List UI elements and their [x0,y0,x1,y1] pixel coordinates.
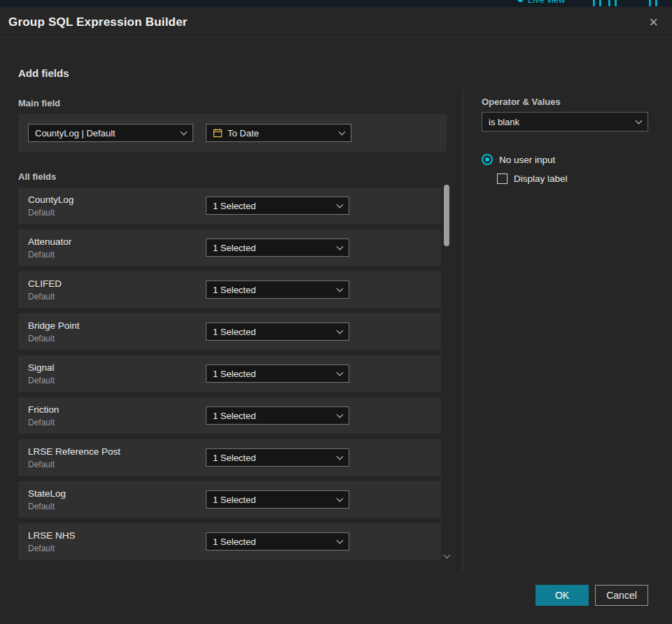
field-name: StateLog [28,488,206,499]
field-selected-select[interactable]: 1 Selected [206,281,349,299]
scrollbar-thumb[interactable] [444,185,449,246]
add-fields-heading: Add fields [18,67,69,79]
no-user-input-label[interactable]: No user input [499,155,555,165]
field-row-text: Attenuator Default [28,236,206,260]
field-selected-select[interactable]: 1 Selected [206,532,349,551]
field-selected-select[interactable]: 1 Selected [206,406,349,425]
field-source: Default [28,544,206,553]
chevron-down-icon [337,243,344,250]
chevron-down-icon [337,201,344,208]
field-selected-select[interactable]: 1 Selected [206,239,349,257]
field-row-text: LRSE Reference Post Default [28,446,206,469]
field-source: Default [28,292,206,302]
field-row: CountyLog Default 1 Selected [18,187,441,224]
field-row-text: CLIFED Default [28,278,206,302]
live-view-label: Live view [528,0,565,5]
field-row: Bridge Point Default 1 Selected [18,313,441,350]
main-field-select-value: CountyLog | Default [35,128,176,139]
field-source: Default [28,502,206,511]
field-selected-select[interactable]: 1 Selected [206,364,349,383]
field-source: Default [28,208,206,218]
operator-select-value: is blank [489,117,631,127]
fields-column: Main field CountyLog | Default To Date [18,98,447,565]
field-name: Bridge Point [28,320,206,331]
chevron-down-icon [337,285,344,292]
field-selected-select[interactable]: 1 Selected [206,197,349,215]
operator-values-column: Operator & Values is blank No user input… [482,97,648,184]
cancel-button[interactable]: Cancel [595,585,648,606]
chevron-down-icon [337,453,344,460]
main-field-label: Main field [18,98,447,108]
column-divider [463,90,463,571]
live-view-button[interactable]: Live view [518,0,565,5]
no-user-input-option[interactable]: No user input [482,154,648,165]
list-scrollbar[interactable] [444,185,449,560]
field-selected-value: 1 Selected [213,453,332,463]
main-field-box: CountyLog | Default To Date [18,114,447,152]
live-view-dot-icon [518,0,523,2]
field-row-text: Bridge Point Default [28,320,206,343]
field-name: Friction [28,404,206,415]
operator-select[interactable]: is blank [482,112,648,132]
field-selected-value: 1 Selected [213,369,332,379]
field-row-text: LRSE NHS Default [28,530,206,553]
chevron-down-icon [337,327,344,334]
field-name: Signal [28,362,206,373]
field-selected-value: 1 Selected [213,243,332,253]
field-name: Attenuator [28,236,206,247]
radio-selected-icon[interactable] [482,154,493,165]
field-name: CLIFED [28,278,206,289]
main-field-select[interactable]: CountyLog | Default [28,124,193,142]
field-source: Default [28,460,206,469]
field-selected-value: 1 Selected [213,537,332,547]
field-name: LRSE Reference Post [28,446,206,457]
chevron-down-icon [337,411,344,418]
field-selected-select[interactable]: 1 Selected [206,448,349,467]
field-selected-select[interactable]: 1 Selected [206,322,349,341]
device-toggle-icon [608,0,617,6]
field-selected-select[interactable]: 1 Selected [206,490,349,509]
field-row-text: Signal Default [28,362,206,385]
chevron-down-icon [337,495,344,502]
field-source: Default [28,418,206,427]
field-selected-value: 1 Selected [213,411,332,421]
field-row: CLIFED Default 1 Selected [18,271,441,308]
field-row-text: Friction Default [28,404,206,427]
field-row: LRSE NHS Default 1 Selected [18,523,441,560]
chevron-down-icon [636,117,643,124]
field-row: Friction Default 1 Selected [18,397,441,434]
field-name: LRSE NHS [28,530,206,541]
app-topbar: Live view [0,0,672,7]
field-row: Signal Default 1 Selected [18,355,441,392]
field-source: Default [28,376,206,385]
display-label-checkbox[interactable] [497,173,507,184]
field-row: StateLog Default 1 Selected [18,481,441,518]
all-fields-list: CountyLog Default 1 Selected Attenuator … [18,187,441,560]
field-row-text: StateLog Default [28,488,206,511]
dialog-footer: OK Cancel [536,585,648,606]
field-source: Default [28,334,206,343]
device-toggle-icon [593,0,601,6]
display-label-text[interactable]: Display label [514,173,568,184]
main-field-value-select[interactable]: To Date [206,124,351,142]
close-icon[interactable]: × [649,15,658,30]
date-select-value: To Date [227,128,329,139]
field-row: Attenuator Default 1 Selected [18,229,441,266]
dialog-title: Group SQL Expression Builder [8,15,188,29]
field-selected-value: 1 Selected [213,201,332,211]
field-row-text: CountyLog Default [28,194,206,218]
operator-values-label: Operator & Values [482,97,648,107]
chevron-down-icon [337,537,344,544]
ok-button[interactable]: OK [536,585,589,606]
chevron-down-icon [181,128,188,135]
field-name: CountyLog [28,194,206,205]
chevron-down-icon [337,369,344,376]
calendar-icon [213,128,223,138]
dialog-header: Group SQL Expression Builder × [0,7,672,38]
field-row: LRSE Reference Post Default 1 Selected [18,439,441,476]
field-selected-value: 1 Selected [213,285,332,295]
field-selected-value: 1 Selected [213,327,332,337]
sql-expression-builder-dialog: Group SQL Expression Builder × Add field… [0,7,672,624]
all-fields-label: All fields [18,171,447,182]
display-label-option[interactable]: Display label [482,173,648,184]
